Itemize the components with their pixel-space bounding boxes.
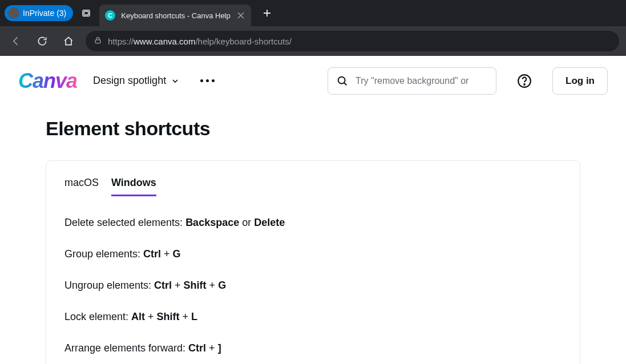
address-row: https://www.canva.com/help/keyboard-shor… [0, 26, 626, 56]
home-button[interactable] [59, 32, 78, 50]
search-icon [336, 75, 349, 87]
url-text: https://www.canva.com/help/keyboard-shor… [108, 37, 292, 46]
canva-logo[interactable]: Canva [18, 69, 77, 93]
inprivate-label: InPrivate (3) [23, 9, 66, 18]
site-header: Canva Design spotlight Log in [0, 56, 626, 106]
refresh-button[interactable] [33, 32, 51, 50]
browser-tab[interactable]: C Keyboard shortcuts - Canva Help [99, 5, 251, 26]
shortcut-line: Lock element: Alt + Shift + L [64, 311, 562, 323]
shortcut-line: Arrange elements forward: Ctrl + ] [64, 342, 562, 354]
tab-overview-icon[interactable] [78, 5, 95, 22]
shortcuts-card: macOS Windows Delete selected elements: … [46, 160, 580, 364]
tab-title: Keyboard shortcuts - Canva Help [121, 11, 230, 20]
nav-item-label: Design spotlight [93, 75, 166, 87]
page-content: Canva Design spotlight Log in Element sh… [0, 56, 626, 364]
chevron-down-icon [171, 76, 180, 86]
shortcut-line: Delete selected elements: Backspace or D… [64, 217, 562, 229]
shortcut-line: Ungroup elements: Ctrl + Shift + G [64, 280, 562, 292]
help-icon[interactable] [512, 69, 536, 93]
tab-bar: InPrivate (3) C Keyboard shortcuts - Can… [0, 0, 626, 26]
avatar-icon [8, 7, 19, 19]
back-button[interactable] [7, 32, 25, 50]
svg-rect-1 [84, 11, 89, 15]
more-menu-icon[interactable] [196, 75, 219, 87]
main-content: Element shortcuts macOS Windows Delete s… [0, 106, 626, 364]
tab-windows[interactable]: Windows [111, 177, 156, 196]
search-input[interactable] [356, 76, 488, 86]
os-tabs: macOS Windows [64, 177, 562, 196]
login-button[interactable]: Log in [552, 67, 608, 95]
lock-icon [94, 36, 102, 47]
tab-macos[interactable]: macOS [64, 177, 99, 196]
inprivate-badge[interactable]: InPrivate (3) [5, 5, 73, 21]
new-tab-button[interactable] [259, 5, 275, 21]
search-box[interactable] [328, 67, 496, 95]
close-icon[interactable] [236, 11, 245, 20]
svg-point-5 [524, 84, 525, 85]
svg-point-3 [338, 76, 345, 83]
page-title: Element shortcuts [46, 118, 580, 140]
canva-favicon-icon: C [105, 10, 115, 21]
shortcut-line: Group elements: Ctrl + G [64, 248, 562, 260]
browser-chrome: InPrivate (3) C Keyboard shortcuts - Can… [0, 0, 626, 56]
shortcut-list: Delete selected elements: Backspace or D… [64, 217, 562, 354]
svg-rect-2 [95, 39, 100, 43]
address-bar[interactable]: https://www.canva.com/help/keyboard-shor… [86, 31, 619, 51]
design-spotlight-menu[interactable]: Design spotlight [93, 75, 180, 87]
